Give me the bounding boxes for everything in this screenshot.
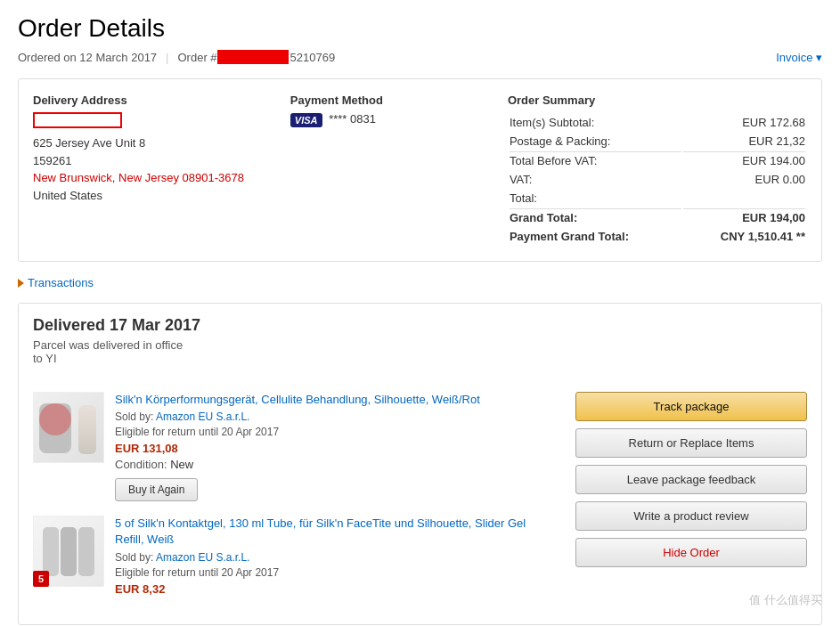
gel-tube-2 bbox=[61, 527, 77, 576]
vat-label: VAT: bbox=[510, 171, 681, 188]
condition-value-1: New bbox=[170, 458, 193, 471]
card-last4: **** 0831 bbox=[329, 112, 376, 126]
sold-by-2: Sold by: Amazon EU S.a.r.L. bbox=[115, 551, 558, 564]
delivered-sub2: to YI bbox=[33, 352, 807, 365]
grand-total-label: Grand Total: bbox=[510, 208, 681, 226]
invoice-link[interactable]: Invoice ▾ bbox=[776, 51, 822, 64]
transactions-label: Transactions bbox=[28, 276, 94, 289]
total-row: Total: bbox=[510, 190, 805, 207]
before-vat-value: EUR 194.00 bbox=[683, 151, 805, 169]
triangle-icon bbox=[18, 279, 24, 288]
gel-tube-3 bbox=[78, 527, 94, 576]
summary-table: Item(s) Subtotal: EUR 172.68 Postage & P… bbox=[508, 112, 807, 247]
item-quantity-badge: 5 bbox=[33, 571, 49, 587]
tube-shape bbox=[78, 405, 96, 454]
order-label: Order # bbox=[178, 51, 217, 64]
hide-order-button[interactable]: Hide Order bbox=[575, 538, 807, 567]
info-card: Delivery Address 625 Jersey Ave Unit 8 1… bbox=[18, 78, 822, 262]
write-review-button[interactable]: Write a product review bbox=[575, 501, 807, 531]
address-country: United States bbox=[33, 187, 273, 205]
total-value bbox=[683, 190, 805, 207]
product-item-2: 5 5 of Silk'n Kontaktgel, 130 ml Tube, f… bbox=[33, 516, 558, 595]
page-title: Order Details bbox=[18, 14, 822, 43]
before-vat-label: Total Before VAT: bbox=[510, 151, 681, 169]
return-replace-button[interactable]: Return or Replace Items bbox=[575, 428, 807, 458]
subtotal-row: Item(s) Subtotal: EUR 172.68 bbox=[510, 114, 805, 131]
postage-label: Postage & Packing: bbox=[510, 133, 681, 150]
address-line1: 625 Jersey Ave Unit 8 bbox=[33, 134, 273, 152]
transactions-section: Transactions bbox=[18, 276, 822, 289]
subtotal-label: Item(s) Subtotal: bbox=[510, 114, 681, 131]
delivery-address: 625 Jersey Ave Unit 8 159261 New Brunswi… bbox=[33, 134, 273, 204]
product-link-1[interactable]: Silk'n Körperformungsgerät, Cellulite Be… bbox=[115, 393, 480, 406]
recipient-name-redacted bbox=[33, 112, 122, 128]
payment-grand-total-label: Payment Grand Total: bbox=[510, 228, 681, 245]
payment-section: Payment Method VISA **** 0831 bbox=[290, 93, 490, 247]
sold-by-link-1[interactable]: Amazon EU S.a.r.L. bbox=[156, 411, 249, 423]
return-eligible-1: Eligible for return until 20 Apr 2017 bbox=[115, 426, 558, 438]
leave-feedback-button[interactable]: Leave package feedback bbox=[575, 465, 807, 494]
subtotal-value: EUR 172.68 bbox=[683, 114, 805, 131]
total-label: Total: bbox=[510, 190, 681, 207]
address-line2: 159261 bbox=[33, 152, 273, 170]
product-item-1: Silk'n Körperformungsgerät, Cellulite Be… bbox=[33, 392, 558, 501]
postage-value: EUR 21,32 bbox=[683, 133, 805, 150]
vat-value: EUR 0.00 bbox=[683, 171, 805, 188]
address-line3: New Brunswick, New Jersey 08901-3678 bbox=[33, 169, 273, 187]
ordered-on: Ordered on 12 March 2017 bbox=[18, 51, 157, 64]
shipment-body: Silk'n Körperformungsgerät, Cellulite Be… bbox=[19, 378, 821, 624]
meta-divider: | bbox=[166, 51, 168, 64]
visa-logo: VISA bbox=[290, 113, 322, 127]
actions-section: Track package Return or Replace Items Le… bbox=[575, 392, 807, 610]
buy-again-button-1[interactable]: Buy it Again bbox=[115, 478, 198, 501]
summary-section: Order Summary Item(s) Subtotal: EUR 172.… bbox=[508, 93, 807, 247]
order-number-suffix: 5210769 bbox=[290, 51, 336, 64]
delivered-sub1: Parcel was delivered in office bbox=[33, 338, 807, 352]
order-number-redacted bbox=[217, 50, 289, 64]
track-package-button[interactable]: Track package bbox=[575, 392, 807, 421]
summary-title: Order Summary bbox=[508, 93, 807, 107]
order-meta: Ordered on 12 March 2017 | Order # 52107… bbox=[18, 50, 822, 64]
transactions-toggle[interactable]: Transactions bbox=[18, 276, 822, 289]
product-image-1 bbox=[33, 392, 104, 463]
items-section: Silk'n Körperformungsgerät, Cellulite Be… bbox=[33, 392, 558, 610]
product-image-2: 5 bbox=[33, 516, 104, 587]
device-head bbox=[39, 403, 71, 435]
delivery-section: Delivery Address 625 Jersey Ave Unit 8 1… bbox=[33, 93, 273, 247]
price-2: EUR 8,32 bbox=[115, 582, 558, 596]
product-link-2[interactable]: 5 of Silk'n Kontaktgel, 130 ml Tube, für… bbox=[115, 516, 526, 546]
condition-1: Condition: New bbox=[115, 458, 558, 471]
product-info-1: Silk'n Körperformungsgerät, Cellulite Be… bbox=[115, 392, 558, 501]
sold-by-link-2[interactable]: Amazon EU S.a.r.L. bbox=[156, 551, 249, 564]
product-info-2: 5 of Silk'n Kontaktgel, 130 ml Tube, für… bbox=[115, 516, 558, 595]
payment-grand-total-row: Payment Grand Total: CNY 1,510.41 ** bbox=[510, 228, 805, 245]
payment-method-row: VISA **** 0831 bbox=[290, 112, 490, 127]
watermark: 值 什么值得买 bbox=[749, 592, 822, 608]
shipment-card: Delivered 17 Mar 2017 Parcel was deliver… bbox=[18, 303, 822, 625]
gel-tube-1 bbox=[43, 527, 59, 576]
price-1: EUR 131,08 bbox=[115, 442, 558, 455]
postage-row: Postage & Packing: EUR 21,32 bbox=[510, 133, 805, 150]
payment-title: Payment Method bbox=[290, 93, 490, 107]
delivered-title: Delivered 17 Mar 2017 bbox=[33, 316, 807, 335]
payment-grand-total-value: CNY 1,510.41 ** bbox=[683, 228, 805, 245]
device-img bbox=[33, 392, 104, 463]
grand-total-row: Grand Total: EUR 194,00 bbox=[510, 208, 805, 226]
grand-total-value: EUR 194,00 bbox=[683, 208, 805, 226]
return-eligible-2: Eligible for return until 20 Apr 2017 bbox=[115, 566, 558, 579]
vat-row: VAT: EUR 0.00 bbox=[510, 171, 805, 188]
delivery-title: Delivery Address bbox=[33, 93, 273, 107]
shipment-header: Delivered 17 Mar 2017 Parcel was deliver… bbox=[19, 304, 821, 378]
before-vat-row: Total Before VAT: EUR 194.00 bbox=[510, 151, 805, 169]
sold-by-1: Sold by: Amazon EU S.a.r.L. bbox=[115, 411, 558, 423]
